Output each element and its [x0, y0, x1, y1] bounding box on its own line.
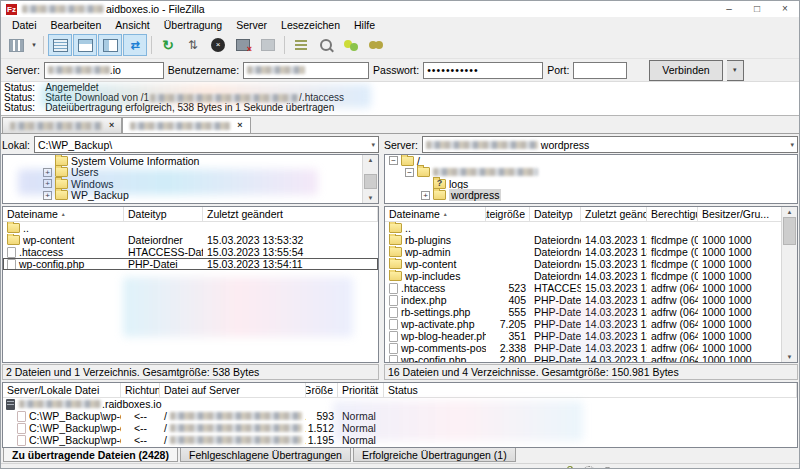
direction-arrow: <-- [121, 410, 160, 422]
username-input[interactable] [243, 62, 369, 79]
column-header-groesse[interactable]: Größe [306, 383, 338, 397]
file-row-wp-config-php[interactable]: wp-config.php 2.800PHP-Datei 14.03.2023 … [385, 354, 797, 362]
remote-list-rows: .. rb-plugins Dateiordner 14.03.2023 12:… [385, 222, 797, 362]
tab-close-icon[interactable]: × [237, 121, 242, 130]
refresh-button[interactable]: ↻ [156, 34, 180, 56]
tree-item-root[interactable]: − / [385, 155, 797, 167]
column-header-zuletzt-geaendert[interactable]: Zuletzt geändert [581, 207, 647, 221]
column-header-dateigroesse[interactable]: Dateigröße [486, 207, 530, 221]
cancel-operation-button[interactable]: × [206, 34, 230, 56]
column-header-status[interactable]: Status [384, 383, 797, 397]
file-row-wp-activate-php[interactable]: wp-activate.php 7.205PHP-Datei 14.03.202… [385, 318, 797, 330]
tree-item-logs[interactable]: ? logs [385, 178, 797, 190]
filter-button[interactable] [289, 34, 313, 56]
site-manager-button[interactable] [4, 34, 28, 56]
file-row-htaccess[interactable]: .htaccess HTACCESS-Datei 15.03.2023 13:5… [3, 246, 378, 258]
queue-server-row[interactable]: .raidboxes.io [3, 398, 797, 410]
password-input[interactable]: ••••••••••• [423, 62, 543, 79]
toggle-message-log-button[interactable] [48, 34, 72, 56]
expand-icon[interactable]: + [43, 168, 52, 177]
collapse-icon[interactable]: − [389, 156, 398, 165]
find-files-button[interactable] [364, 34, 388, 56]
file-icon [17, 411, 26, 422]
column-header-berechtigungen[interactable]: Berechtigu... [647, 207, 698, 221]
menu-bearbeiten[interactable]: Bearbeiten [44, 19, 109, 31]
file-row-index-php[interactable]: index.php 405PHP-Datei 14.03.2023 12:3..… [385, 294, 797, 306]
connection-tab-inactive[interactable]: × [2, 117, 122, 133]
tree-item-account-root[interactable]: − [385, 167, 797, 179]
scroll-up-icon[interactable]: ▲ [787, 207, 793, 217]
column-header-datei-auf-server[interactable]: Datei auf Server [160, 383, 306, 397]
local-tree-scrollbar[interactable]: ▲ ▼ [362, 155, 378, 203]
file-row-wp-config-selected[interactable]: wp-config.php PHP-Datei 15.03.2023 13:54… [3, 258, 378, 270]
column-header-dateityp[interactable]: Dateityp [124, 207, 203, 221]
queue-header: Server/Lokale Datei Richtung Datei auf S… [3, 383, 797, 398]
process-queue-button[interactable]: ⇅ [181, 34, 205, 56]
close-button[interactable]: × [771, 1, 799, 17]
file-row-wp-content[interactable]: wp-content Dateiordner 15.03.2023 13:3..… [385, 258, 797, 270]
menu-ansicht[interactable]: Ansicht [108, 19, 156, 31]
file-row-wp-includes[interactable]: wp-includes Dateiordner 14.03.2023 13:0.… [385, 270, 797, 282]
toggle-local-tree-button[interactable] [73, 34, 97, 56]
local-path-dropdown-icon[interactable]: ▾ [371, 141, 375, 149]
minimize-button[interactable]: – [715, 1, 743, 17]
expand-icon[interactable]: + [43, 191, 52, 200]
server-input[interactable]: .io [44, 62, 164, 79]
tab-erfolgreiche-uebertragungen[interactable]: Erfolgreiche Übertragungen (1) [353, 448, 516, 462]
tree-item-wordpress-selected[interactable]: + wordpress [385, 190, 797, 202]
file-row-wp-content[interactable]: wp-content Dateiordner 15.03.2023 13:53:… [3, 234, 378, 246]
file-row-parent[interactable]: .. [3, 222, 378, 234]
directory-compare-button[interactable] [314, 34, 338, 56]
menu-datei[interactable]: Datei [5, 19, 44, 31]
local-path-input[interactable]: C:\WP_Backup\ ▾ [34, 136, 379, 153]
file-row-rb-settings-php[interactable]: rb-settings.php 555PHP-Datei 14.03.2023 … [385, 306, 797, 318]
queue-file-row[interactable]: C:\WP_Backup\wp-conten... <-- /.. 593 No… [3, 410, 797, 422]
remote-path-input[interactable]: wordpress ▾ [422, 136, 798, 153]
column-header-prioritaet[interactable]: Priorität [338, 383, 384, 397]
connect-dropdown-button[interactable]: ▾ [727, 60, 744, 81]
disconnect-button[interactable]: × [231, 34, 255, 56]
menu-server[interactable]: Server [229, 19, 274, 31]
file-row-wp-comments-post-php[interactable]: wp-comments-post.p... 2.338PHP-Datei 14.… [385, 342, 797, 354]
connection-tab-active[interactable]: × [122, 117, 250, 133]
menu-lesezeichen[interactable]: Lesezeichen [274, 19, 347, 31]
column-header-besitzer-gruppe[interactable]: Besitzer/Gru... [698, 207, 782, 221]
tab-fehlgeschlagene-uebertragungen[interactable]: Fehlgeschlagene Übertragungen [180, 448, 351, 462]
reconnect-button[interactable] [256, 34, 280, 56]
toggle-remote-tree-button[interactable] [98, 34, 122, 56]
file-row-parent[interactable]: .. [385, 222, 797, 234]
maximize-button[interactable]: □ [743, 1, 771, 17]
menu-hilfe[interactable]: Hilfe [347, 19, 382, 31]
queue-file-row[interactable]: C:\WP_Backup\wp-conten... <-- /.. 1.512 … [3, 422, 797, 434]
expand-icon[interactable]: + [43, 179, 52, 188]
scroll-down-icon[interactable]: ▼ [368, 193, 374, 203]
column-header-server-lokale-datei[interactable]: Server/Lokale Datei [3, 383, 121, 397]
expand-icon[interactable]: + [421, 191, 430, 200]
menu-uebertragung[interactable]: Übertragung [157, 19, 229, 31]
file-row-rb-plugins[interactable]: rb-plugins Dateiordner 14.03.2023 12:4..… [385, 234, 797, 246]
file-row-htaccess[interactable]: .htaccess 523HTACCESS... 15.03.2023 13:3… [385, 282, 797, 294]
collapse-icon[interactable]: − [405, 168, 414, 177]
remote-list-scrollbar[interactable]: ▲ ▼ [781, 207, 797, 362]
column-header-richtung[interactable]: Richtung [121, 383, 160, 397]
column-header-zuletzt-geaendert[interactable]: Zuletzt geändert [203, 207, 378, 221]
remote-path-dropdown-icon[interactable]: ▾ [790, 141, 794, 149]
column-header-dateiname[interactable]: Dateiname▲ [385, 207, 486, 221]
tab-zu-uebertragende-dateien[interactable]: Zu übertragende Dateien (2428) [3, 447, 178, 462]
site-manager-caret-icon[interactable]: ▾ [29, 41, 39, 49]
tree-item-wp-backup[interactable]: + WP_Backup [3, 190, 378, 202]
queue-file-row[interactable]: C:\WP_Backup\wp-conten... <-- /.. 1.195 … [3, 434, 797, 446]
redacted-queue-server [19, 400, 101, 408]
scroll-down-icon[interactable]: ▼ [787, 352, 793, 362]
file-row-wp-blog-header-php[interactable]: wp-blog-header.php 351PHP-Datei 14.03.20… [385, 330, 797, 342]
port-input[interactable] [573, 62, 627, 79]
column-header-dateityp[interactable]: Dateityp [530, 207, 581, 221]
column-header-dateiname[interactable]: Dateiname▲ [3, 207, 124, 221]
file-row-wp-admin[interactable]: wp-admin Dateiordner 14.03.2023 13:0...f… [385, 246, 797, 258]
scroll-up-icon[interactable]: ▲ [368, 155, 374, 165]
connect-button[interactable]: Verbinden [649, 60, 722, 81]
local-pane-status: 2 Dateien und 1 Verzeichnis. Gesamtgröße… [2, 364, 379, 380]
tab-close-icon[interactable]: × [109, 121, 114, 130]
synchronized-browsing-button[interactable] [339, 34, 363, 56]
toggle-transfer-queue-button[interactable]: ⇄ [123, 34, 147, 56]
